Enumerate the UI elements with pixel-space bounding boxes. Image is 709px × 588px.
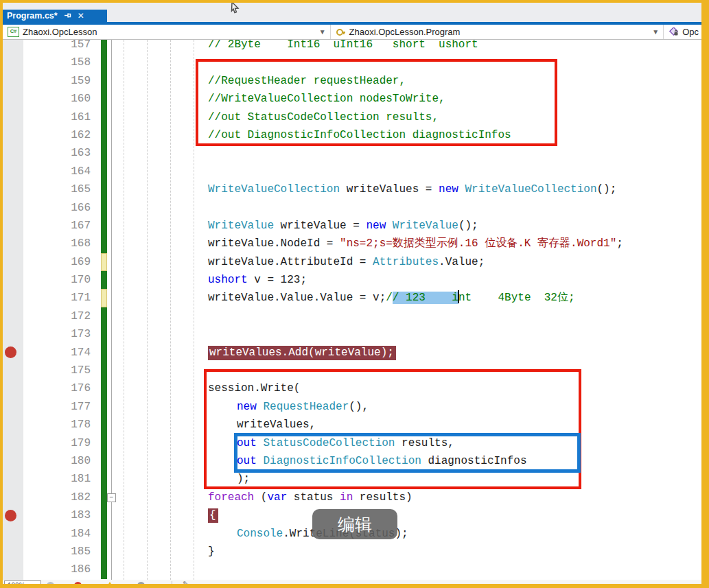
line-number[interactable]: 185 (3, 543, 91, 561)
line-number[interactable]: 184 (3, 525, 91, 543)
message-count-icon[interactable] (137, 582, 145, 584)
line-number[interactable]: 168 (3, 235, 91, 252)
code-line[interactable]: 185} (3, 543, 701, 561)
edit-overlay-button[interactable]: 编辑 (312, 509, 397, 539)
line-number[interactable]: 171 (3, 289, 91, 307)
tab-program-cs[interactable]: Program.cs* ✕ (3, 10, 107, 22)
code-line[interactable]: 172 (3, 307, 701, 325)
project-dropdown[interactable]: C# Zhaoxi.OpcLesson ▼ (3, 25, 331, 39)
code-text: //out DiagnosticInfoCollection diagnosti… (208, 126, 511, 144)
code-text: writeValue.Value.Value = v;// 123 int 4B… (208, 289, 575, 307)
change-bar-segment (101, 489, 107, 506)
line-number[interactable]: 181 (3, 470, 91, 488)
type-name: Zhaoxi.OpcLesson.Program (349, 27, 461, 37)
change-bar-segment (101, 452, 107, 470)
line-number[interactable]: 159 (3, 72, 91, 90)
line-number[interactable]: 167 (3, 217, 91, 235)
line-number[interactable]: 180 (3, 452, 91, 470)
code-line[interactable]: 179out StatusCodeCollection results, (3, 434, 701, 452)
code-line[interactable]: 162//out DiagnosticInfoCollection diagno… (3, 126, 701, 144)
project-name: Zhaoxi.OpcLesson (23, 27, 97, 37)
tab-label: Program.cs* (7, 11, 58, 21)
sync-icon[interactable] (47, 582, 54, 584)
code-text: writeValue.NodeId = "ns=2;s=数据类型示例.16 位设… (208, 235, 623, 252)
line-number[interactable]: 169 (3, 253, 91, 271)
code-rows: 157// 2Byte Int16 uInt16 short ushort158… (3, 40, 701, 579)
pin-icon[interactable] (64, 10, 71, 22)
tab-bar: Program.cs* ✕ (3, 3, 701, 22)
code-line[interactable]: 168writeValue.NodeId = "ns=2;s=数据类型示例.16… (3, 235, 701, 252)
code-text: WriteValue writeValue = new WriteValue()… (208, 217, 478, 235)
line-number[interactable]: 186 (3, 561, 91, 578)
status-divider (172, 581, 172, 584)
close-icon[interactable]: ✕ (78, 12, 84, 20)
code-text: //WriteValueCollection nodesToWrite, (208, 90, 445, 108)
line-number[interactable]: 162 (3, 126, 91, 144)
change-bar-segment (101, 199, 107, 217)
line-number[interactable]: 158 (3, 54, 91, 71)
code-line[interactable]: 167WriteValue writeValue = new WriteValu… (3, 217, 701, 235)
change-bar-segment (101, 307, 107, 325)
code-line[interactable]: 176session.Write( (3, 379, 701, 397)
code-text: // 2Byte Int16 uInt16 short ushort (208, 40, 478, 54)
line-number[interactable]: 157 (3, 40, 91, 54)
line-number[interactable]: 178 (3, 416, 91, 434)
code-line[interactable]: 165WriteValueCollection writeValues = ne… (3, 180, 701, 198)
line-number[interactable]: 165 (3, 180, 91, 198)
line-number[interactable]: 163 (3, 144, 91, 162)
code-text: ushort v = 123; (208, 271, 307, 289)
change-bar-segment (101, 434, 107, 452)
line-number[interactable]: 177 (3, 398, 91, 416)
breakpoint-icon[interactable] (5, 510, 16, 521)
zoom-level[interactable]: 100% (4, 580, 41, 584)
type-dropdown[interactable]: Zhaoxi.OpcLesson.Program ▼ (331, 25, 664, 39)
line-number[interactable]: 173 (3, 325, 91, 343)
code-line[interactable]: 164 (3, 163, 701, 180)
line-number[interactable]: 160 (3, 90, 91, 108)
member-dropdown[interactable]: Opc (664, 25, 701, 39)
code-line[interactable]: 178writeValues, (3, 416, 701, 434)
code-line[interactable]: 182−foreach (var status in results) (3, 489, 701, 506)
code-line[interactable]: 157// 2Byte Int16 uInt16 short ushort (3, 40, 701, 54)
code-line[interactable]: 170ushort v = 123; (3, 271, 701, 289)
code-line[interactable]: 175 (3, 362, 701, 379)
code-line[interactable]: 181); (3, 470, 701, 488)
code-line[interactable]: 177new RequestHeader(), (3, 398, 701, 416)
line-number[interactable]: 182 (3, 489, 91, 506)
status-bar: 100% ✎ (3, 580, 701, 584)
line-number[interactable]: 170 (3, 271, 91, 289)
code-line[interactable]: 163 (3, 144, 701, 162)
fold-collapse-icon[interactable]: − (107, 493, 116, 502)
line-number[interactable]: 166 (3, 199, 91, 217)
line-number[interactable]: 164 (3, 163, 91, 180)
code-line[interactable]: 180out DiagnosticInfoCollection diagnost… (3, 452, 701, 470)
code-line[interactable]: 158 (3, 54, 701, 71)
code-line[interactable]: 166 (3, 199, 701, 217)
code-line[interactable]: 161//out StatusCodeCollection results, (3, 108, 701, 126)
change-bar-segment (101, 470, 107, 488)
breakpoint-icon[interactable] (5, 346, 16, 358)
line-number[interactable]: 175 (3, 362, 91, 379)
code-line[interactable]: 169writeValue.AttributeId = Attributes.V… (3, 253, 701, 271)
line-number[interactable]: 179 (3, 434, 91, 452)
change-bar-segment (101, 90, 107, 108)
change-bar-segment (101, 543, 107, 561)
line-number[interactable]: 172 (3, 307, 91, 325)
change-bar-segment (101, 72, 107, 90)
change-bar-segment (101, 217, 107, 235)
error-count-icon[interactable] (74, 582, 82, 584)
line-number[interactable]: 161 (3, 108, 91, 126)
code-editor[interactable]: 157// 2Byte Int16 uInt16 short ushort158… (3, 40, 701, 580)
code-line[interactable]: 160//WriteValueCollection nodesToWrite, (3, 90, 701, 108)
code-line[interactable]: 173 (3, 325, 701, 343)
warning-count-icon[interactable] (106, 582, 114, 584)
change-bar-segment (101, 126, 107, 144)
code-line[interactable]: 159//RequestHeader requestHeader, (3, 72, 701, 90)
code-line[interactable]: 186 (3, 561, 701, 578)
line-number[interactable]: 176 (3, 379, 91, 397)
code-line[interactable]: 171writeValue.Value.Value = v;// 123 int… (3, 289, 701, 307)
code-line[interactable]: 174writeValues.Add(writeValue); (3, 344, 701, 362)
code-text: } (208, 543, 215, 561)
class-icon (336, 27, 346, 36)
code-text: ); (237, 470, 250, 488)
